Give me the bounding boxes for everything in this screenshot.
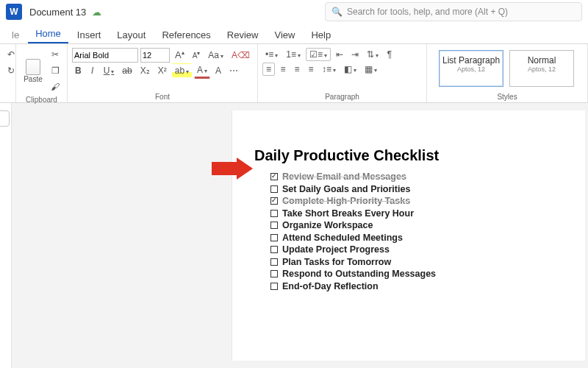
red-arrow-annotation	[212, 158, 253, 180]
document-area: Daily Productive Checklist Review Email …	[0, 103, 588, 368]
multilevel-list-button[interactable]: ☑≡	[306, 48, 331, 61]
borders-button[interactable]: ▦	[362, 62, 380, 77]
word-app-icon: W	[6, 4, 22, 20]
checklist-item-text: Organize Workspace	[282, 220, 373, 230]
checkbox-icon[interactable]	[270, 283, 278, 290]
search-box[interactable]: 🔍 Search for tools, help, and more (Alt …	[325, 2, 582, 21]
align-center-button[interactable]: ≡	[277, 62, 289, 77]
paste-label: Paste	[24, 75, 43, 83]
checklist-item-text: Complete High-Priority Tasks	[282, 196, 410, 206]
checklist-item-text: Update Project Progress	[282, 244, 390, 255]
group-undo: ↶ ↻	[0, 44, 16, 102]
cut-button[interactable]: ✂	[48, 47, 62, 62]
cloud-saved-icon[interactable]: ☁	[92, 7, 101, 18]
checkbox-icon[interactable]	[270, 173, 278, 180]
tab-references[interactable]: References	[154, 26, 218, 43]
highlight-button[interactable]: ab	[172, 63, 192, 78]
redo-button[interactable]: ↻	[4, 63, 16, 78]
text-effects-button[interactable]: A	[212, 63, 224, 78]
page[interactable]: Daily Productive Checklist Review Email …	[232, 110, 585, 361]
search-icon: 🔍	[331, 7, 343, 17]
align-left-button[interactable]: ≡	[262, 63, 275, 76]
checklist-item[interactable]: Organize Workspace	[270, 220, 563, 230]
checklist-item[interactable]: Set Daily Goals and Priorities	[270, 184, 563, 194]
justify-button[interactable]: ≡	[305, 62, 317, 77]
bold-button[interactable]: B	[72, 63, 85, 78]
font-size-combo[interactable]	[140, 48, 170, 63]
document-title[interactable]: Document 13	[29, 7, 86, 18]
undo-button[interactable]: ↶	[4, 47, 16, 62]
checkbox-icon[interactable]	[270, 258, 278, 266]
style-normal[interactable]: Normal Aptos, 12	[509, 50, 574, 87]
font-name-combo[interactable]	[72, 48, 138, 63]
group-paragraph-label: Paragraph	[262, 91, 422, 101]
align-right-button[interactable]: ≡	[291, 62, 303, 77]
strike-button[interactable]: ab	[119, 63, 135, 78]
font-color-button[interactable]: A	[194, 63, 210, 79]
style-name: List Paragraph	[441, 55, 501, 66]
checklist-item[interactable]: Review Email and Messages	[270, 171, 563, 182]
checklist-item[interactable]: Respond to Outstanding Messages	[270, 269, 563, 279]
checklist-item-text: Take Short Breaks Every Hour	[282, 208, 414, 219]
checklist-item[interactable]: Update Project Progress	[270, 244, 563, 255]
numbering-button[interactable]: 1≡	[283, 47, 304, 62]
change-case-button[interactable]: Aa	[205, 48, 226, 63]
style-sub: Aptos, 12	[512, 66, 572, 73]
checkbox-icon[interactable]	[270, 222, 278, 229]
style-list-paragraph[interactable]: List Paragraph Aptos, 12	[439, 50, 503, 87]
checkbox-icon[interactable]	[270, 246, 278, 253]
checklist[interactable]: Review Email and MessagesSet Daily Goals…	[254, 171, 563, 291]
underline-button[interactable]: U	[101, 63, 118, 78]
checklist-item[interactable]: Attend Scheduled Meetings	[270, 233, 563, 243]
navigation-toggle[interactable]	[0, 110, 10, 127]
shrink-font-button[interactable]: A▾	[190, 48, 204, 62]
checkbox-icon[interactable]	[270, 234, 278, 241]
checkbox-icon[interactable]	[270, 185, 278, 193]
checklist-item-text: Set Daily Goals and Priorities	[282, 184, 410, 194]
superscript-button[interactable]: X²	[155, 63, 170, 78]
copy-button[interactable]: ❐	[48, 63, 62, 78]
grow-font-button[interactable]: A▴	[172, 47, 187, 63]
group-clipboard: Paste ✂ ❐ 🖌 Clipboard	[16, 44, 68, 102]
tab-view[interactable]: View	[267, 26, 302, 43]
checklist-item-text: Respond to Outstanding Messages	[282, 269, 436, 279]
paste-button[interactable]: Paste	[21, 55, 46, 86]
style-sub: Aptos, 12	[441, 66, 501, 73]
subscript-button[interactable]: X₂	[137, 63, 153, 78]
tab-file-fragment[interactable]: le	[4, 26, 26, 43]
checklist-item[interactable]: Complete High-Priority Tasks	[270, 196, 563, 206]
group-font-label: Font	[72, 91, 253, 101]
checklist-item[interactable]: End-of-Day Reflection	[270, 281, 563, 291]
checklist-item-text: Plan Tasks for Tomorrow	[282, 257, 391, 267]
style-name: Normal	[512, 55, 572, 66]
checkbox-icon[interactable]	[270, 270, 278, 277]
decrease-indent-button[interactable]: ⇤	[333, 47, 346, 62]
document-heading[interactable]: Daily Productive Checklist	[254, 147, 563, 164]
checklist-item-text: Attend Scheduled Meetings	[282, 233, 403, 243]
show-marks-button[interactable]: ¶	[384, 47, 395, 62]
tab-home[interactable]: Home	[28, 25, 68, 43]
italic-button[interactable]: I	[87, 63, 98, 78]
checkbox-icon[interactable]	[270, 210, 278, 217]
ribbon: ↶ ↻ Paste ✂ ❐ 🖌 Clipboard A▴ A▾ Aa A⌫	[0, 44, 588, 103]
tab-layout[interactable]: Layout	[110, 26, 153, 43]
font-more-button[interactable]: ⋯	[226, 63, 241, 78]
group-font: A▴ A▾ Aa A⌫ B I U ab X₂ X² ab A A ⋯ Font	[68, 44, 258, 102]
bullets-button[interactable]: •≡	[262, 47, 281, 62]
format-painter-button[interactable]: 🖌	[48, 79, 62, 94]
increase-indent-button[interactable]: ⇥	[348, 47, 362, 62]
group-styles-label: Styles	[431, 91, 583, 101]
checkbox-icon[interactable]	[270, 197, 278, 205]
clear-format-button[interactable]: A⌫	[229, 48, 253, 63]
line-spacing-button[interactable]: ↕≡	[319, 62, 339, 77]
checklist-item-text: End-of-Day Reflection	[282, 281, 379, 291]
sort-button[interactable]: ⇅	[364, 47, 381, 62]
shading-button[interactable]: ◧	[341, 62, 359, 77]
checklist-item[interactable]: Plan Tasks for Tomorrow	[270, 257, 563, 267]
group-undo-label	[4, 99, 11, 101]
checklist-item[interactable]: Take Short Breaks Every Hour	[270, 208, 563, 219]
tab-review[interactable]: Review	[220, 26, 266, 43]
tab-help[interactable]: Help	[304, 26, 338, 43]
tab-insert[interactable]: Insert	[70, 26, 109, 43]
search-placeholder: Search for tools, help, and more (Alt + …	[347, 7, 508, 17]
